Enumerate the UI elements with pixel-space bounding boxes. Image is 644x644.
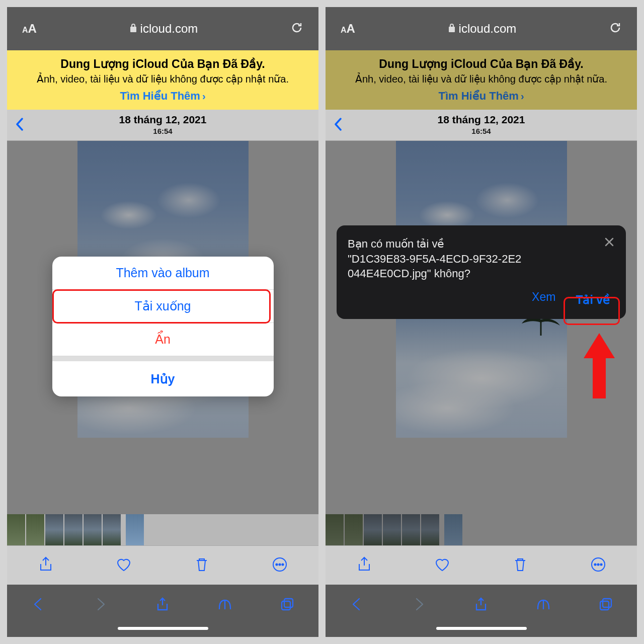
photo-header: 18 tháng 12, 2021 16:54	[326, 110, 637, 141]
chevron-right-icon: ›	[521, 91, 524, 102]
banner-subtitle: Ảnh, video, tài liệu và dữ liệu không đư…	[335, 73, 628, 86]
phone-left: AA icloud.com Dung Lượng iCloud Của Bạn …	[7, 7, 318, 637]
storage-full-banner: Dung Lượng iCloud Của Bạn Đã Đầy. Ảnh, v…	[7, 50, 318, 110]
phone-right: AA icloud.com Dung Lượng iCloud Của Bạn …	[326, 7, 637, 637]
share-icon[interactable]	[356, 556, 373, 575]
more-icon[interactable]	[590, 556, 607, 575]
thumbnail[interactable]	[64, 514, 83, 545]
thumbnail[interactable]	[383, 514, 401, 545]
nav-share-icon[interactable]	[473, 597, 489, 614]
trash-icon[interactable]	[193, 556, 210, 575]
close-icon[interactable]	[604, 236, 615, 250]
view-button[interactable]: Xem	[532, 290, 555, 310]
add-to-album-button[interactable]: Thêm vào album	[52, 257, 274, 290]
banner-title: Dung Lượng iCloud Của Bạn Đã Đầy.	[335, 57, 628, 71]
learn-more-link[interactable]: Tìm Hiểu Thêm›	[438, 90, 524, 103]
back-button[interactable]	[334, 117, 344, 134]
nav-back-icon[interactable]	[349, 597, 364, 614]
action-sheet: Thêm vào album Tải xuống Ẩn Hủy	[52, 257, 274, 396]
domain-text: icloud.com	[459, 22, 517, 36]
thumbnail-selected[interactable]	[126, 514, 144, 545]
tabs-icon[interactable]	[598, 597, 613, 614]
svg-rect-4	[284, 599, 293, 607]
nav-forward-icon	[93, 597, 108, 614]
thumbnail[interactable]	[421, 514, 439, 545]
thumbnail-strip[interactable]	[7, 514, 318, 545]
banner-subtitle: Ảnh, video, tài liệu và dữ liệu không đư…	[16, 73, 309, 86]
svg-rect-11	[600, 601, 609, 610]
url-display[interactable]: icloud.com	[361, 22, 603, 36]
photo-date: 18 tháng 12, 2021	[326, 114, 637, 126]
thumbnail[interactable]	[84, 514, 102, 545]
photo-toolbar	[7, 545, 318, 585]
bookmarks-icon[interactable]	[536, 597, 551, 614]
svg-point-3	[282, 564, 283, 565]
thumbnail[interactable]	[26, 514, 44, 545]
svg-point-9	[600, 564, 602, 565]
download-button[interactable]: Tải xuống	[52, 290, 274, 323]
chevron-right-icon: ›	[202, 91, 206, 102]
back-button[interactable]	[15, 117, 25, 134]
trash-icon[interactable]	[512, 556, 529, 575]
svg-point-7	[594, 564, 596, 565]
thumbnail[interactable]	[345, 514, 363, 545]
download-confirm-button[interactable]: Tải về	[571, 290, 615, 310]
thumbnail[interactable]	[103, 514, 121, 545]
photo-toolbar	[326, 545, 637, 585]
address-bar[interactable]: AA icloud.com	[333, 14, 630, 43]
thumbnail[interactable]	[402, 514, 420, 545]
hide-button[interactable]: Ẩn	[52, 323, 274, 356]
svg-rect-5	[282, 601, 290, 610]
tabs-icon[interactable]	[280, 597, 295, 614]
svg-point-8	[597, 564, 599, 565]
reload-icon[interactable]	[609, 21, 622, 36]
more-icon[interactable]	[271, 556, 288, 575]
nav-back-icon[interactable]	[31, 597, 46, 614]
svg-rect-10	[603, 599, 611, 607]
arrow-up-icon	[582, 333, 617, 400]
photo-header: 18 tháng 12, 2021 16:54	[7, 110, 318, 141]
learn-more-link[interactable]: Tìm Hiểu Thêm›	[120, 90, 205, 103]
text-size-button[interactable]: AA	[22, 22, 37, 36]
photo-date: 18 tháng 12, 2021	[7, 114, 318, 126]
thumbnail-selected[interactable]	[444, 514, 462, 545]
reload-icon[interactable]	[290, 21, 303, 36]
safari-top: AA icloud.com	[326, 7, 637, 50]
download-message: Bạn có muốn tải về "D1C39E83-9F5A-4ECD-9…	[348, 236, 615, 281]
photo-time: 16:54	[326, 127, 637, 135]
lock-icon	[129, 22, 137, 36]
photo-time: 16:54	[7, 127, 318, 135]
lock-icon	[448, 22, 456, 36]
heart-icon[interactable]	[115, 556, 132, 575]
thumbnail[interactable]	[364, 514, 382, 545]
share-icon[interactable]	[37, 556, 54, 575]
thumbnail[interactable]	[326, 514, 344, 545]
safari-navbar	[7, 585, 318, 626]
safari-navbar	[326, 585, 637, 626]
banner-title: Dung Lượng iCloud Của Bạn Đã Đầy.	[16, 57, 309, 71]
nav-forward-icon	[412, 597, 427, 614]
thumbnail[interactable]	[45, 514, 63, 545]
thumbnail-strip[interactable]	[326, 514, 637, 545]
thumbnail[interactable]	[7, 514, 25, 545]
home-indicator	[7, 626, 318, 637]
safari-top: AA icloud.com	[7, 7, 318, 50]
address-bar[interactable]: AA icloud.com	[14, 14, 311, 43]
url-display[interactable]: icloud.com	[43, 22, 284, 36]
svg-point-1	[276, 564, 277, 565]
storage-full-banner: Dung Lượng iCloud Của Bạn Đã Đầy. Ảnh, v…	[326, 50, 637, 110]
svg-point-2	[279, 564, 280, 565]
text-size-button[interactable]: AA	[341, 22, 355, 36]
domain-text: icloud.com	[140, 22, 198, 36]
heart-icon[interactable]	[434, 556, 451, 575]
nav-share-icon[interactable]	[155, 597, 170, 614]
bookmarks-icon[interactable]	[217, 597, 232, 614]
home-indicator	[326, 626, 637, 637]
download-prompt: Bạn có muốn tải về "D1C39E83-9F5A-4ECD-9…	[337, 225, 626, 319]
cancel-button[interactable]: Hủy	[52, 361, 274, 396]
